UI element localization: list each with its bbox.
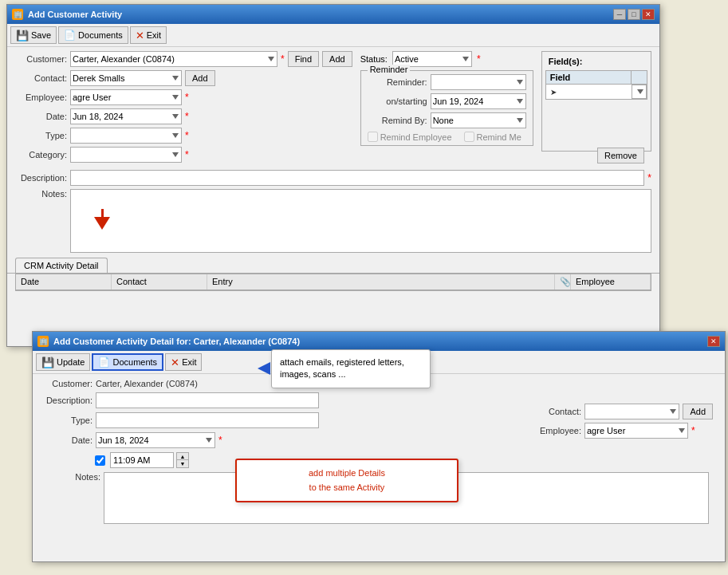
save-button[interactable]: 💾 Save — [10, 26, 57, 44]
arrow-head — [94, 217, 110, 230]
paperclip-col-header: 📎 — [555, 274, 571, 289]
save-icon: 💾 — [16, 30, 29, 41]
detail-employee-select[interactable]: agre User — [584, 423, 688, 439]
contact-select[interactable]: Derek Smalls — [70, 70, 182, 86]
detail-date-select[interactable]: Jun 18, 2024 — [96, 432, 215, 448]
remind-employee-checkbox[interactable] — [368, 132, 378, 142]
on-starting-row: on/starting Jun 19, 2024 — [368, 93, 526, 109]
detail-close-button[interactable]: ✕ — [707, 336, 720, 347]
activity-callout-text: add multiple Detailsto the same Activity — [309, 468, 385, 492]
detail-notes-label: Notes: — [49, 472, 100, 482]
remove-button[interactable]: Remove — [597, 148, 644, 163]
date-select[interactable]: Jun 18, 2024 — [70, 108, 182, 124]
remind-by-label: Remind By: — [368, 116, 427, 125]
detail-window-title: Add Customer Activity Detail for: Carter… — [53, 337, 300, 346]
remind-me-label: Remind Me — [477, 132, 521, 142]
find-button[interactable]: Find — [288, 51, 319, 67]
add-customer-button[interactable]: Add — [322, 51, 352, 67]
employee-label: Employee: — [15, 93, 67, 102]
main-window: 🏢 Add Customer Activity ─ □ ✕ 💾 Save 📄 D… — [6, 4, 660, 347]
update-button[interactable]: 💾 Update — [36, 353, 90, 371]
detail-description-input[interactable] — [96, 392, 319, 408]
left-form: Customer: Carter, Alexander (C0874) * Fi… — [15, 51, 352, 166]
contact-label: Contact: — [15, 73, 67, 83]
tab-bar: CRM Activity Detail — [7, 258, 659, 274]
fields-table: Field ➤ — [545, 70, 647, 100]
date-label: Date: — [15, 112, 67, 121]
category-select[interactable] — [70, 147, 182, 163]
customer-label: Customer: — [15, 54, 67, 64]
time-input[interactable] — [110, 452, 174, 468]
detail-exit-icon: ✕ — [171, 356, 179, 368]
main-window-title: Add Customer Activity — [28, 10, 122, 19]
time-checkbox[interactable] — [95, 455, 105, 466]
detail-app-icon: 🏢 — [37, 336, 49, 347]
remind-me-checkbox-label[interactable]: Remind Me — [464, 132, 521, 142]
detail-contact-row: Contact: Add — [529, 404, 713, 419]
documents-label: Documents — [78, 30, 123, 40]
reminder-label: Reminder: — [368, 77, 427, 87]
employee-required: * — [185, 92, 189, 103]
detail-title-left: 🏢 Add Customer Activity Detail for: Cart… — [37, 336, 300, 347]
detail-add-contact-btn[interactable]: Add — [683, 404, 713, 419]
time-spinner-down[interactable]: ▼ — [177, 460, 188, 467]
detail-documents-label: Documents — [112, 357, 157, 367]
documents-callout: attach emails, registered letters, image… — [271, 349, 431, 388]
minimize-button[interactable]: ─ — [613, 9, 626, 20]
field-arrow-cell: ➤ — [545, 85, 631, 100]
remind-by-select[interactable]: None — [431, 112, 526, 128]
detail-customer-value: Carter, Alexander (C0874) — [96, 379, 198, 388]
crm-activity-detail-tab[interactable]: CRM Activity Detail — [15, 258, 108, 273]
customer-row: Customer: Carter, Alexander (C0874) * Fi… — [15, 51, 352, 67]
time-spinner-up[interactable]: ▲ — [177, 453, 188, 460]
reminder-select[interactable] — [431, 74, 526, 90]
category-required: * — [185, 149, 189, 160]
on-starting-select[interactable]: Jun 19, 2024 — [431, 93, 526, 109]
description-input[interactable] — [70, 170, 644, 186]
detail-type-input[interactable] — [96, 412, 319, 428]
detail-exit-button[interactable]: ✕ Exit — [165, 353, 202, 371]
title-controls: ─ □ ✕ — [613, 9, 655, 20]
fields-group: Field(s): Field ➤ — [541, 51, 651, 152]
status-label-text: Status: — [360, 54, 388, 64]
employee-select[interactable]: agre User — [70, 89, 182, 105]
detail-date-required: * — [218, 435, 222, 446]
detail-employee-required: * — [691, 425, 695, 436]
main-title-bar: 🏢 Add Customer Activity ─ □ ✕ — [7, 5, 659, 24]
category-label: Category: — [15, 150, 67, 160]
remind-checkboxes: Remind Employee Remind Me — [368, 132, 526, 142]
employee-col-header: Employee — [571, 274, 651, 289]
date-col-header: Date — [16, 274, 112, 289]
remind-employee-label: Remind Employee — [380, 132, 452, 142]
main-close-button[interactable]: ✕ — [642, 9, 655, 20]
remind-me-checkbox[interactable] — [464, 132, 474, 142]
customer-select[interactable]: Carter, Alexander (C0874) — [70, 51, 277, 67]
documents-button[interactable]: 📄 Documents — [58, 26, 128, 44]
remind-employee-checkbox-label[interactable]: Remind Employee — [368, 132, 452, 142]
notes-row: Notes: — [7, 189, 659, 254]
detail-title-bar: 🏢 Add Customer Activity Detail for: Cart… — [33, 332, 725, 351]
exit-icon: ✕ — [136, 30, 144, 41]
callout-arrow-left — [258, 362, 270, 375]
exit-button[interactable]: ✕ Exit — [130, 26, 167, 44]
field-actions-header — [632, 71, 647, 85]
reminder-group-label: Reminder — [368, 65, 411, 74]
date-row: Date: Jun 18, 2024 * — [15, 108, 352, 124]
remind-by-row: Remind By: None — [368, 112, 526, 128]
reminder-row: Reminder: — [368, 74, 526, 90]
add-contact-button[interactable]: Add — [185, 70, 215, 86]
detail-contact-select[interactable] — [584, 404, 679, 419]
field-select-cell — [632, 85, 647, 100]
description-row: Description: * — [7, 170, 659, 186]
detail-documents-button[interactable]: 📄 Documents — [92, 353, 163, 371]
main-toolbar: 💾 Save 📄 Documents ✕ Exit — [7, 24, 659, 47]
type-label: Type: — [15, 131, 67, 140]
field-value-select[interactable] — [632, 85, 647, 99]
maximize-button[interactable]: □ — [628, 9, 640, 20]
desc-required: * — [647, 172, 651, 183]
type-select[interactable] — [70, 128, 182, 144]
notes-label: Notes: — [15, 189, 67, 199]
status-required: * — [477, 53, 481, 65]
notes-textarea[interactable] — [70, 189, 651, 253]
detail-form-area: Customer: Carter, Alexander (C0874) Desc… — [33, 374, 725, 529]
